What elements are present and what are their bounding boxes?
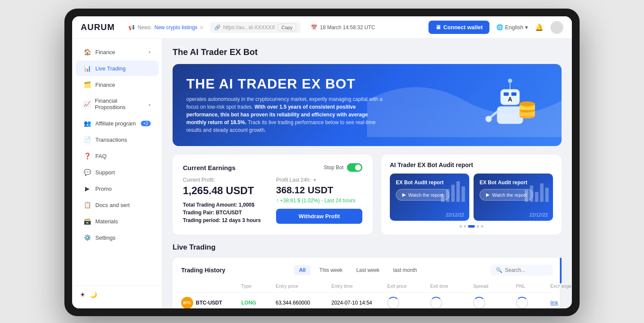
chat-icon: 💬 — [83, 169, 91, 176]
filter-all[interactable]: All — [294, 265, 310, 275]
svg-rect-20 — [530, 186, 533, 202]
dot-3[interactable] — [468, 225, 475, 228]
connect-wallet-button[interactable]: 🖥 Connect wallet — [428, 21, 490, 34]
watch-report-label-1: Watch the report — [408, 192, 443, 198]
sidebar-item-support[interactable]: 💬 Support — [76, 165, 158, 180]
chevron-down-icon: ▾ — [149, 50, 151, 55]
stop-bot-toggle[interactable] — [347, 163, 362, 172]
wallet-icon: 🖥 — [435, 24, 441, 30]
dark-theme-button[interactable]: 🌙 — [90, 291, 97, 298]
content-area: The AI Trader EX Bot THE AI TRADER EX BO… — [162, 39, 572, 308]
col-exit-time: Exit time — [430, 283, 473, 289]
menu-icon: ≡ — [200, 24, 203, 30]
col-entry-time: Entry time — [331, 283, 387, 289]
audit-date-1: 22/12/22 — [446, 212, 464, 217]
scrollbar-thumb[interactable] — [560, 258, 562, 283]
svg-rect-18 — [462, 186, 465, 202]
sidebar-item-financial-propositions[interactable]: 📈 Financial Propositions ▴ — [76, 93, 158, 115]
audit-slide-1-prefix: EX Bot — [396, 180, 413, 186]
audit-slides: EX Bot Audit report ▶ Watch the report 2… — [390, 174, 553, 221]
col-type: Type — [241, 283, 276, 289]
finance-icon: 🗂️ — [83, 81, 91, 88]
col-pnl: PNL — [516, 283, 550, 289]
live-trading-section-title: Live Trading — [173, 243, 562, 252]
sidebar-item-materials[interactable]: 🗃️ Materials — [76, 213, 158, 229]
trading-pair-row: Trading Pair: BTC/USDT — [183, 210, 269, 216]
lang-chevron-icon: ▾ — [525, 24, 528, 30]
topbar-news: 📢 News: New crypto listings ≡ — [128, 24, 203, 30]
sidebar-item-settings[interactable]: ⚙️ Settings — [76, 230, 158, 245]
news-link-text[interactable]: New crypto listings — [155, 24, 197, 30]
sidebar-item-finance[interactable]: 🏠 Finance ▾ — [76, 44, 158, 60]
light-theme-button[interactable]: ☀ — [80, 291, 85, 298]
audit-card: AI Trader EX Bot Audit report EX Bot Aud… — [381, 155, 562, 235]
search-field[interactable] — [505, 267, 548, 273]
stop-bot-label: Stop Bot — [324, 165, 343, 171]
exit-time-1 — [430, 297, 473, 308]
dot-2[interactable] — [464, 225, 466, 228]
sidebar-item-promo[interactable]: ▶ Promo — [76, 181, 158, 196]
trading-period-label: Trading period: — [183, 217, 220, 223]
search-input-wrapper[interactable]: 🔍 — [491, 265, 553, 276]
svg-rect-21 — [535, 192, 538, 202]
dot-1[interactable] — [459, 225, 462, 228]
sidebar-label-faq: FAQ — [95, 153, 106, 159]
sidebar-item-finance2[interactable]: 🗂️ Finance — [76, 77, 158, 92]
profit-last24-label: Profit Last 24h: — [276, 177, 311, 183]
svg-rect-15 — [446, 189, 450, 202]
total-trading-label: Total Trading Amount: — [183, 202, 237, 208]
current-profit-value: 1,265.48 USDT — [183, 185, 269, 197]
withdraw-profit-button[interactable]: Withdraw Profit — [276, 209, 362, 224]
sidebar-label-finance: Finance — [95, 49, 115, 55]
svg-rect-16 — [451, 185, 455, 202]
scrollbar[interactable] — [560, 258, 562, 308]
sidebar-item-affiliate[interactable]: 👥 Affiliate program +2 — [76, 116, 158, 131]
filter-last-month[interactable]: last month — [388, 265, 422, 275]
avatar[interactable] — [550, 21, 563, 34]
dot-5[interactable] — [481, 225, 483, 228]
trade-type-1: LONG — [241, 300, 276, 306]
sidebar-item-live-trading[interactable]: 📊 Live Trading — [76, 61, 158, 76]
people-icon: 👥 — [83, 120, 91, 127]
slide-dots — [390, 225, 553, 228]
copy-button[interactable]: Copy — [278, 24, 297, 31]
watch-report-label-2: Watch the report — [492, 192, 527, 198]
current-profit-label: Current Profit: — [183, 177, 269, 183]
audit-date-2: 22/12/22 — [529, 212, 548, 217]
table-headers: Type Entry price Entry time Exit price E… — [181, 282, 553, 293]
audit-slide-2-prefix: EX Bot — [480, 180, 496, 186]
btc-icon: BTC — [181, 297, 193, 308]
chevron-dropdown-icon[interactable]: ▾ — [313, 177, 316, 183]
filter-tabs: All This week Last week last month — [294, 265, 422, 275]
notifications-button[interactable]: 🔔 — [535, 23, 544, 31]
language-selector[interactable]: 🌐 English ▾ — [496, 24, 528, 30]
sidebar-item-transactions[interactable]: 📄 Transactions — [76, 132, 158, 147]
svg-rect-19 — [525, 190, 528, 202]
profit-last24-value: 368.12 USDT — [276, 185, 362, 196]
dot-4[interactable] — [477, 225, 479, 228]
filter-this-week[interactable]: This week — [314, 265, 348, 275]
hero-banner: THE AI TRADER EX BOT operates autonomous… — [173, 64, 562, 146]
date-text: 18 March 14:58:32 UTC — [320, 24, 375, 30]
banner-description: operates autonomously in the cryptocurre… — [186, 95, 385, 134]
clipboard-icon: 📋 — [83, 201, 91, 208]
profit-change: ↑ +38.81 $ (1.02%) - Last 24 hours — [276, 198, 362, 204]
pnl-1 — [516, 297, 550, 308]
audit-slide-1: EX Bot Audit report ▶ Watch the report 2… — [390, 174, 469, 221]
col-spread: Spread — [473, 283, 516, 289]
exchange-link-1[interactable]: link — [550, 300, 558, 306]
svg-rect-14 — [441, 194, 444, 202]
sidebar-item-faq[interactable]: ❓ FAQ — [76, 148, 158, 164]
sidebar-label-fp: Financial Propositions — [95, 98, 144, 110]
filter-last-week[interactable]: Last week — [351, 265, 385, 275]
audit-slide-2-suffix: Audit report — [498, 180, 528, 186]
entry-price-1: 63,344.660000 — [276, 300, 331, 306]
page-title: The AI Trader EX Bot — [173, 47, 562, 57]
topbar-url: 🔗 https://au...id-XXXXXX Copy — [210, 22, 301, 33]
question-icon: ❓ — [83, 152, 91, 159]
sidebar-item-docs[interactable]: 📋 Docs and sert — [76, 197, 158, 213]
total-trading-row: Total Trading Amount: 1,000$ — [183, 202, 269, 208]
trading-card: Trading History All This week Last week … — [173, 258, 562, 308]
logo: AURUM — [81, 22, 115, 32]
trade-table: Type Entry price Entry time Exit price E… — [181, 282, 553, 308]
